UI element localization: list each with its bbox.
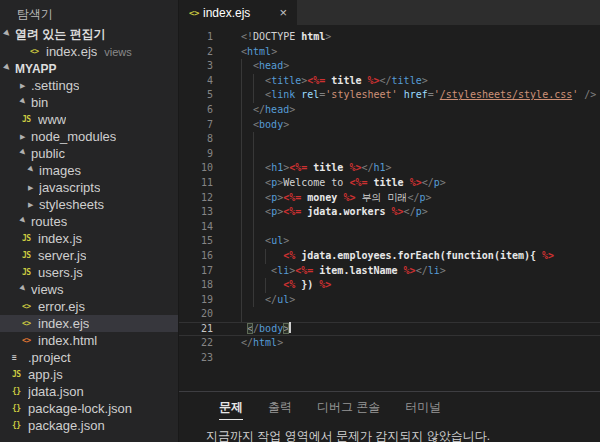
panel-tab-터미널[interactable]: 터미널	[405, 399, 441, 420]
panel-tab-출력[interactable]: 출력	[268, 399, 292, 420]
tree-item-index.ejs[interactable]: <>index.ejs	[0, 315, 178, 332]
code-line-15[interactable]: 15 <ul>	[179, 234, 600, 249]
indent-guide	[241, 161, 242, 176]
tree-item-routes[interactable]: ▶routes	[0, 213, 178, 230]
code-line-19[interactable]: 19 </ul>	[179, 293, 600, 308]
panel-tab-문제[interactable]: 문제	[219, 399, 243, 420]
code-token: %>	[343, 192, 355, 203]
tree-item-javascripts[interactable]: ▶javascripts	[0, 179, 178, 196]
line-number: 17	[179, 264, 213, 279]
tree-item-.project[interactable]: ≡.project	[0, 349, 178, 366]
tree-item-node_modules[interactable]: ▶node_modules	[0, 128, 178, 145]
tree-item-label: server.js	[38, 248, 86, 263]
tree-item-index.js[interactable]: JSindex.js	[0, 230, 178, 247]
ejs-icon: <>	[22, 302, 38, 311]
code-line-23[interactable]: 23	[179, 351, 600, 366]
tree-item-views[interactable]: ▶views	[0, 281, 178, 298]
tree-item-app.js[interactable]: JSapp.js	[0, 366, 178, 383]
tree-item-.settings[interactable]: ▶.settings	[0, 77, 178, 94]
indent-guide	[241, 103, 242, 118]
code-line-7[interactable]: 7 <body>	[179, 118, 600, 133]
code-token: money	[301, 192, 343, 203]
close-icon[interactable]: ×	[279, 6, 287, 19]
tree-item-error.ejs[interactable]: <>error.ejs	[0, 298, 178, 315]
code-line-13[interactable]: 13 <p><%= jdata.workers %></p>	[179, 205, 600, 220]
tree-item-images[interactable]: ▶images	[0, 162, 178, 179]
code-token: rel	[301, 89, 319, 100]
code-line-1[interactable]: 1<!DOCTYPE html>	[179, 30, 600, 45]
code-token: <%=	[283, 206, 301, 217]
tree-item-server.js[interactable]: JSserver.js	[0, 247, 178, 264]
tree-item-package.json[interactable]: {}package.json	[0, 417, 178, 434]
open-editors-section-header[interactable]: ▶ 열려 있는 편집기	[0, 26, 178, 43]
indent-guide	[241, 74, 242, 89]
tab-label: index.ejs	[203, 6, 250, 20]
chevron-collapsed-icon: ▶	[20, 82, 31, 90]
code-line-20[interactable]: 20	[179, 307, 600, 322]
chevron-collapsed-icon: ▶	[20, 133, 31, 141]
tree-item-label: www	[38, 112, 66, 127]
code-area[interactable]: 1<!DOCTYPE html>2<html>3 <head>4 <title>…	[179, 25, 600, 391]
code-line-10[interactable]: 10 <h1><%= title %></h1>	[179, 161, 600, 176]
problems-message: 지금까지 작업 영역에서 문제가 감지되지 않았습니다.	[206, 428, 600, 442]
code-line-9[interactable]: 9	[179, 147, 600, 162]
code-line-21[interactable]: 21 </body>	[179, 322, 600, 337]
json-icon: {}	[12, 421, 28, 430]
code-token: %>	[367, 75, 379, 86]
indent-guide	[241, 88, 242, 103]
line-number: 21	[179, 322, 213, 337]
project-root-label: MYAPP	[15, 62, 57, 76]
code-token: <%=	[283, 192, 301, 203]
code-token: >	[277, 337, 283, 348]
code-line-22[interactable]: 22</html>	[179, 336, 600, 351]
code-token: 'stylesheet'	[325, 89, 397, 100]
line-number: 15	[179, 234, 213, 249]
tree-item-www[interactable]: JSwww	[0, 111, 178, 128]
code-line-11[interactable]: 11 <p>Welcome to <%= title %></p>	[179, 176, 600, 191]
open-editor-label: index.ejs	[46, 44, 97, 59]
line-number: 14	[179, 220, 213, 235]
code-token: ul	[277, 294, 289, 305]
code-line-5[interactable]: 5 <link rel='stylesheet' href='/styleshe…	[179, 88, 600, 103]
code-token: })	[295, 279, 319, 290]
code-line-8[interactable]: 8	[179, 132, 600, 147]
code-token: >	[422, 75, 428, 86]
code-line-3[interactable]: 3 <head>	[179, 59, 600, 74]
tree-item-label: routes	[31, 214, 67, 229]
tree-item-index.html[interactable]: <>index.html	[0, 332, 178, 349]
indent-guide	[241, 220, 242, 235]
tab-index-ejs[interactable]: <> index.ejs ×	[179, 0, 297, 25]
tree-item-package-lock.json[interactable]: {}package-lock.json	[0, 400, 178, 417]
code-token: title	[271, 75, 301, 86]
ejs-icon: <>	[189, 8, 203, 18]
code-token: jdata.workers	[301, 206, 391, 217]
code-token: </	[265, 294, 277, 305]
tree-item-bin[interactable]: ▶bin	[0, 94, 178, 111]
code-line-6[interactable]: 6 </head>	[179, 103, 600, 118]
project-root-header[interactable]: ▶ MYAPP	[0, 60, 178, 77]
code-token: </	[404, 206, 416, 217]
tree-item-users.js[interactable]: JSusers.js	[0, 264, 178, 281]
code-line-17[interactable]: 17 <li><%= item.lastName %></li>	[179, 264, 600, 279]
code-token: </	[416, 265, 428, 276]
code-line-14[interactable]: 14	[179, 220, 600, 235]
code-token: >	[386, 162, 392, 173]
panel-tab-디버그 콘솔[interactable]: 디버그 콘솔	[317, 399, 380, 420]
code-token: %>	[392, 206, 404, 217]
tree-item-jdata.json[interactable]: {}jdata.json	[0, 383, 178, 400]
indent-guide	[241, 293, 242, 308]
open-editor-item-index.ejs[interactable]: <>index.ejsviews	[0, 43, 178, 60]
code-line-2[interactable]: 2<html>	[179, 45, 600, 60]
tree-item-stylesheets[interactable]: ▶stylesheets	[0, 196, 178, 213]
ejs-icon: <>	[22, 319, 38, 328]
code-token: %>	[349, 162, 361, 173]
line-number: 19	[179, 293, 213, 308]
code-line-18[interactable]: 18 <% }) %>	[179, 278, 600, 293]
line-number: 4	[179, 74, 213, 89]
code-line-12[interactable]: 12 <p><%= money %> 부의 미래</p>	[179, 191, 600, 206]
code-line-4[interactable]: 4 <title><%= title %></title>	[179, 74, 600, 89]
code-line-16[interactable]: 16 <% jdata.employees.forEach(function(i…	[179, 249, 600, 264]
tree-item-public[interactable]: ▶public	[0, 145, 178, 162]
code-token	[241, 250, 283, 261]
code-token: >	[289, 104, 295, 115]
